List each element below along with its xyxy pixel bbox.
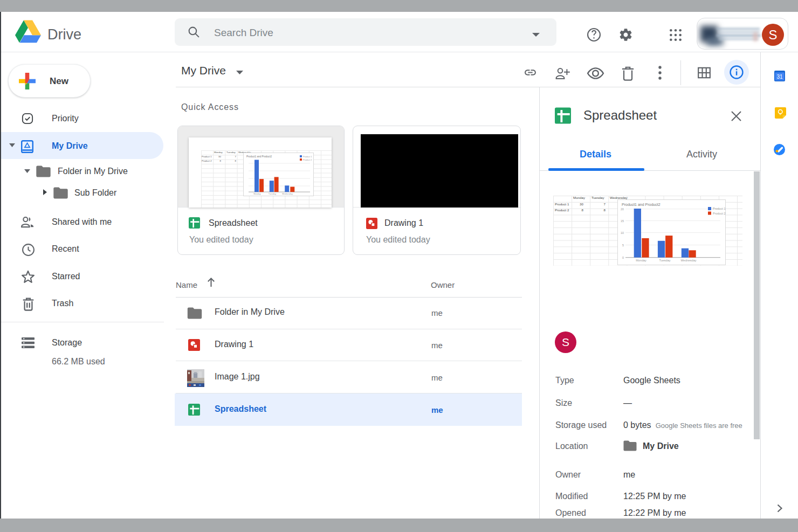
svg-text:7: 7	[604, 202, 606, 206]
svg-text:30: 30	[580, 202, 583, 206]
svg-text:Wednesday: Wednesday	[610, 196, 628, 199]
svg-text:Wednesday: Wednesday	[282, 193, 293, 195]
svg-text:5: 5	[622, 244, 624, 247]
svg-text:Wednesday: Wednesday	[681, 259, 697, 262]
svg-text:Product 2: Product 2	[555, 208, 569, 212]
svg-text:Tuesday: Tuesday	[226, 151, 236, 154]
svg-text:15: 15	[621, 219, 624, 223]
svg-text:8: 8	[604, 208, 606, 212]
svg-text:Product 1: Product 1	[303, 156, 312, 158]
svg-text:Product 2: Product 2	[713, 212, 726, 215]
svg-text:Monday: Monday	[214, 151, 223, 154]
svg-text:Tuesday: Tuesday	[659, 259, 671, 262]
svg-text:8: 8	[582, 208, 584, 212]
svg-text:Product 1: Product 1	[713, 207, 726, 210]
svg-text:Monday: Monday	[573, 196, 586, 199]
svg-text:Monday: Monday	[253, 193, 261, 195]
svg-text:31: 31	[776, 74, 783, 80]
svg-text:Product1 and Product2: Product1 and Product2	[246, 155, 272, 158]
svg-text:Product 2: Product 2	[202, 160, 212, 162]
svg-text:0: 0	[622, 256, 624, 259]
svg-text:Product1 and Product2: Product1 and Product2	[622, 203, 661, 206]
svg-text:Tuesday: Tuesday	[591, 196, 604, 199]
svg-text:Monday: Monday	[636, 259, 646, 262]
svg-text:30: 30	[218, 155, 221, 158]
svg-text:10: 10	[621, 231, 624, 234]
svg-text:20: 20	[621, 208, 624, 211]
svg-text:Product 2: Product 2	[303, 159, 312, 161]
svg-text:Product 1: Product 1	[202, 155, 212, 158]
svg-text:Tuesday: Tuesday	[269, 193, 277, 195]
svg-text:Product 1: Product 1	[555, 202, 569, 206]
